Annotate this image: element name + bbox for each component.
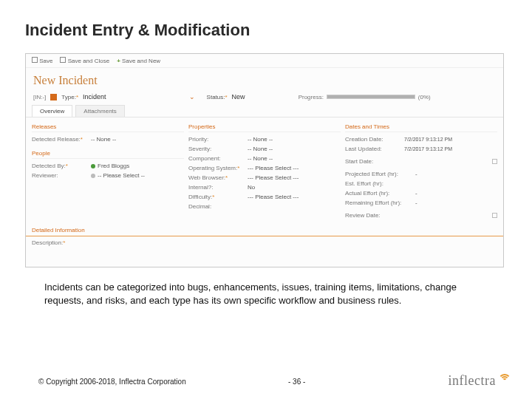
app-screenshot: Save Save and Close + Save and New New I… — [25, 53, 504, 267]
progress-label: Progress: — [299, 94, 324, 100]
start-date-label: Start Date: — [345, 157, 404, 166]
priority-label: Priority: — [188, 134, 248, 144]
description-label: Description:* — [26, 236, 503, 249]
progress-value: (0%) — [418, 94, 431, 100]
status-value: New — [232, 93, 245, 100]
severity-dropdown[interactable]: -- None -- — [248, 144, 341, 154]
form-grid: Releases Detected Release:*-- None -- Pe… — [26, 117, 503, 223]
os-dropdown[interactable]: --- Please Select --- — [248, 163, 341, 173]
decimal-label: Decimal: — [188, 202, 248, 211]
projected-effort-value: - — [415, 169, 497, 179]
section-releases: Releases — [32, 122, 184, 132]
browser-dropdown[interactable]: --- Please Select --- — [248, 173, 341, 183]
section-dates: Dates and Times — [345, 122, 497, 132]
save-icon — [32, 57, 38, 63]
creation-date-label: Creation Date: — [345, 134, 404, 144]
calendar-icon[interactable] — [492, 159, 497, 164]
difficulty-label: Difficulty:* — [188, 192, 248, 202]
col-left: Releases Detected Release:*-- None -- Pe… — [32, 122, 184, 220]
save-close-button[interactable]: Save and Close — [60, 57, 109, 64]
slide-body-text: Incidents can be categorized into bugs, … — [44, 281, 458, 307]
section-properties: Properties — [188, 122, 341, 132]
type-icon — [50, 94, 57, 100]
brand-logo: inflectra — [449, 373, 511, 389]
last-updated-label: Last Updated: — [345, 144, 404, 154]
detected-release-label: Detected Release:* — [32, 134, 91, 144]
chevron-down-icon[interactable]: ⌄ — [189, 93, 195, 100]
save-new-button[interactable]: + Save and New — [117, 58, 160, 64]
start-date-input[interactable] — [404, 159, 497, 164]
section-detailed: Detailed Information — [26, 225, 503, 236]
status-label: Status:* — [207, 94, 228, 100]
remaining-effort-value: - — [415, 198, 497, 208]
user-active-icon — [91, 164, 95, 168]
detected-by-dropdown[interactable]: Fred Bloggs — [91, 161, 184, 171]
save-close-label: Save and Close — [68, 58, 109, 64]
tab-attachments[interactable]: Attachments — [75, 105, 124, 117]
actual-effort-label: Actual Effort (hr): — [345, 188, 415, 198]
save-button[interactable]: Save — [32, 57, 52, 64]
detected-by-label: Detected By:* — [32, 161, 91, 171]
component-dropdown[interactable]: -- None -- — [248, 154, 341, 163]
os-label: Operating System:* — [188, 163, 248, 173]
brand-text: inflectra — [449, 373, 496, 389]
page-number: - 36 - — [288, 378, 305, 386]
form-header: [IN:-] Type:* Incident ⌄ Status:* New Pr… — [26, 90, 503, 105]
projected-effort-label: Projected Effort (hr): — [345, 169, 415, 179]
reviewer-label: Reviewer: — [32, 171, 91, 180]
brand-mark-icon — [498, 374, 511, 389]
incident-id: [IN:-] — [33, 94, 46, 100]
review-date-label: Review Date: — [345, 211, 404, 220]
actual-effort-value: - — [415, 188, 497, 198]
component-label: Component: — [188, 154, 248, 163]
est-effort-label: Est. Effort (hr): — [345, 179, 415, 188]
last-updated-value: 7/2/2017 9:13:12 PM — [404, 144, 497, 154]
save-new-label: Save and New — [122, 58, 160, 64]
col-mid: Properties Priority:-- None -- Severity:… — [188, 122, 341, 220]
type-dropdown[interactable]: Incident — [83, 93, 106, 100]
reviewer-dropdown[interactable]: -- Please Select -- — [91, 171, 184, 180]
severity-label: Severity: — [188, 144, 248, 154]
review-date-input[interactable] — [404, 213, 497, 218]
internal-label: Internal?: — [188, 183, 248, 192]
col-right: Dates and Times Creation Date:7/2/2017 9… — [345, 122, 497, 220]
difficulty-dropdown[interactable]: --- Please Select --- — [248, 192, 341, 202]
slide-title: Incident Entry & Modification — [25, 21, 250, 40]
calendar-icon[interactable] — [492, 213, 497, 218]
section-people: People — [32, 149, 184, 159]
creation-date-value: 7/2/2017 9:13:12 PM — [404, 134, 497, 144]
save-label: Save — [39, 58, 52, 64]
tab-overview[interactable]: Overview — [32, 105, 72, 117]
remaining-effort-label: Remaining Effort (hr): — [345, 198, 415, 208]
browser-label: Web Browser:* — [188, 173, 248, 183]
user-empty-icon — [91, 174, 95, 178]
type-label: Type:* — [61, 94, 78, 100]
priority-dropdown[interactable]: -- None -- — [248, 134, 341, 144]
toolbar: Save Save and Close + Save and New — [26, 54, 503, 68]
page-heading: New Incident — [26, 68, 503, 90]
plus-icon: + — [117, 58, 120, 64]
progress-bar — [327, 95, 415, 99]
save-icon — [60, 57, 66, 63]
detected-release-dropdown[interactable]: -- None -- — [91, 134, 184, 144]
internal-dropdown[interactable]: No — [248, 183, 341, 192]
tabs: Overview Attachments — [26, 105, 503, 117]
copyright: © Copyright 2006-2018, Inflectra Corpora… — [38, 378, 186, 386]
